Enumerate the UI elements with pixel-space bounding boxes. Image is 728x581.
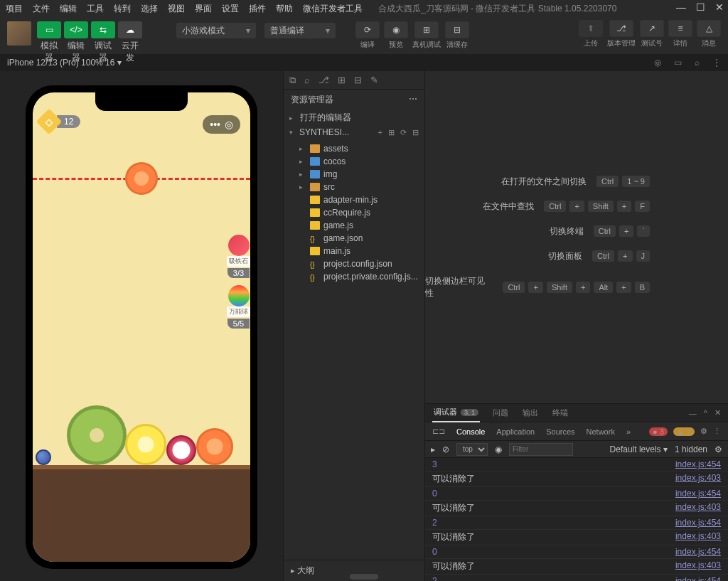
view-toggle-button[interactable]: ▭ bbox=[37, 21, 61, 38]
eye-icon[interactable]: ◉ bbox=[495, 444, 502, 454]
status-icon[interactable]: ▭ bbox=[674, 58, 682, 68]
menu-视图[interactable]: 视图 bbox=[168, 3, 185, 15]
menu-工具[interactable]: 工具 bbox=[87, 3, 104, 15]
panel-up-icon[interactable]: ^ bbox=[704, 409, 707, 417]
menu-选择[interactable]: 选择 bbox=[141, 3, 158, 15]
view-toggle-button[interactable]: ⇆ bbox=[91, 21, 115, 38]
console-tab-Console[interactable]: Console bbox=[456, 427, 485, 436]
project-root[interactable]: ▾SYNTHESI...+⊞⟳⊟ bbox=[284, 125, 424, 139]
tree-item[interactable]: ▸cocos bbox=[284, 155, 424, 168]
execution-context-icon[interactable]: ▸ bbox=[431, 444, 435, 454]
status-icon[interactable]: ◎ bbox=[654, 58, 661, 68]
refresh-icon[interactable]: ⟳ bbox=[400, 128, 407, 137]
测试号-button[interactable]: ↗ bbox=[640, 20, 664, 37]
cloud-dev-button[interactable]: ☁ bbox=[118, 21, 142, 38]
explorer-more-icon[interactable]: ⋯ bbox=[409, 94, 417, 106]
source-link[interactable]: index.js:454 bbox=[675, 489, 721, 499]
debug-tab-输出[interactable]: 输出 bbox=[521, 404, 540, 422]
tree-item[interactable]: ▸assets bbox=[284, 142, 424, 155]
resize-handle[interactable] bbox=[350, 574, 378, 580]
tree-item[interactable]: main.js bbox=[284, 245, 424, 257]
hidden-count[interactable]: 1 hidden bbox=[675, 444, 707, 454]
tree-item[interactable]: game.js bbox=[284, 219, 424, 232]
new-file-icon[interactable]: + bbox=[378, 128, 382, 137]
new-folder-icon[interactable]: ⊞ bbox=[388, 128, 395, 137]
source-link[interactable]: index.js:454 bbox=[675, 518, 721, 528]
source-link[interactable]: index.js:454 bbox=[675, 459, 721, 469]
source-link[interactable]: index.js:454 bbox=[675, 547, 721, 557]
消息-button[interactable]: △ bbox=[697, 20, 721, 37]
console-tab-»[interactable]: » bbox=[626, 427, 631, 436]
panel-min-icon[interactable]: — bbox=[689, 409, 697, 417]
tree-item[interactable]: project.private.config.js... bbox=[284, 270, 424, 283]
error-badge[interactable]: ● 3 bbox=[649, 427, 668, 436]
menu-微信开发者工具[interactable]: 微信开发者工具 bbox=[303, 3, 363, 15]
上传-button[interactable]: ⬆ bbox=[579, 20, 603, 37]
filter-input[interactable] bbox=[509, 443, 573, 456]
menu-转到[interactable]: 转到 bbox=[114, 3, 131, 15]
mode-select[interactable]: 小游戏模式 bbox=[176, 23, 256, 38]
open-editors-section[interactable]: ▸打开的编辑器 bbox=[284, 110, 424, 125]
debug-tab-终端[interactable]: 终端 bbox=[551, 404, 569, 422]
clear-console-icon[interactable]: ⊘ bbox=[442, 444, 449, 454]
status-icon[interactable]: ⌕ bbox=[695, 58, 700, 68]
menu-文件[interactable]: 文件 bbox=[33, 3, 50, 15]
magnet-icon[interactable] bbox=[228, 235, 250, 256]
device-label[interactable]: iPhone 12/13 (Pro) 100% 16 ▾ bbox=[7, 58, 122, 68]
db-tab-icon[interactable]: ⊟ bbox=[354, 75, 362, 85]
rainbow-ball-icon[interactable] bbox=[228, 285, 250, 307]
levels-select[interactable]: Default levels ▾ bbox=[610, 444, 668, 454]
console-tab-Network[interactable]: Network bbox=[587, 427, 615, 436]
avatar[interactable] bbox=[7, 21, 31, 46]
tree-item[interactable]: ccRequire.js bbox=[284, 206, 424, 219]
cloud-tab-icon[interactable]: ✎ bbox=[370, 75, 378, 85]
预览-button[interactable]: ◉ bbox=[384, 21, 408, 38]
game-screen[interactable]: ◇ 12 •••◎ 吸铁石3/3 万能球5/5 bbox=[33, 92, 250, 562]
真机调试-button[interactable]: ⊞ bbox=[414, 21, 439, 38]
tree-item[interactable]: adapter-min.js bbox=[284, 193, 424, 206]
settings-icon[interactable]: ⚙ bbox=[714, 444, 722, 454]
menu-插件[interactable]: 插件 bbox=[249, 3, 266, 15]
view-toggle-button[interactable]: </> bbox=[64, 21, 88, 38]
compile-select[interactable]: 普通编译 bbox=[264, 23, 336, 38]
source-link[interactable]: index.js:403 bbox=[675, 531, 721, 543]
menu-编辑[interactable]: 编辑 bbox=[60, 3, 77, 15]
menu-项目[interactable]: 项目 bbox=[6, 3, 23, 15]
toolbar: ▭</>⇆☁ 模拟器编辑器调试器云开发 小游戏模式 普通编译 ⟳编译◉预览⊞真机… bbox=[0, 17, 728, 54]
debug-tab-调试器[interactable]: 调试器 3, 1 bbox=[432, 403, 480, 422]
status-icon[interactable]: ⋮ bbox=[712, 58, 721, 68]
debug-tab-问题[interactable]: 问题 bbox=[491, 404, 510, 422]
source-link[interactable]: index.js:403 bbox=[675, 560, 721, 572]
source-link[interactable]: index.js:403 bbox=[675, 502, 721, 514]
extensions-tab-icon[interactable]: ⊞ bbox=[338, 75, 346, 85]
panel-close-icon[interactable]: ✕ bbox=[714, 408, 721, 417]
tree-item[interactable]: game.json bbox=[284, 232, 424, 245]
scope-select[interactable]: top bbox=[456, 443, 488, 456]
close-button[interactable]: ✕ bbox=[715, 1, 724, 13]
more-icon[interactable]: ⋮ bbox=[713, 427, 721, 436]
warn-badge[interactable]: ▲ 1 bbox=[673, 427, 695, 436]
scm-tab-icon[interactable]: ⎇ bbox=[318, 75, 329, 85]
tree-item[interactable]: ▸img bbox=[284, 168, 424, 181]
inspect-icon[interactable]: ⊏⊐ bbox=[432, 427, 445, 436]
menu-帮助[interactable]: 帮助 bbox=[276, 3, 293, 15]
maximize-button[interactable]: ☐ bbox=[696, 1, 705, 13]
版本管理-button[interactable]: ⎇ bbox=[609, 20, 633, 37]
minimize-button[interactable]: — bbox=[676, 1, 686, 13]
详情-button[interactable]: ≡ bbox=[668, 20, 692, 37]
source-link[interactable]: index.js:454 bbox=[675, 576, 721, 581]
tree-item[interactable]: ▸src bbox=[284, 181, 424, 193]
files-tab-icon[interactable]: ⧉ bbox=[289, 75, 296, 86]
编译-button[interactable]: ⟳ bbox=[355, 21, 380, 38]
console-tab-Sources[interactable]: Sources bbox=[546, 427, 574, 436]
search-tab-icon[interactable]: ⌕ bbox=[304, 75, 310, 85]
mini-program-menu[interactable]: •••◎ bbox=[203, 115, 240, 134]
collapse-icon[interactable]: ⊟ bbox=[412, 128, 419, 137]
gear-icon[interactable]: ⚙ bbox=[700, 427, 707, 436]
tree-item[interactable]: project.config.json bbox=[284, 257, 424, 270]
menu-设置[interactable]: 设置 bbox=[222, 3, 239, 15]
清缓存-button[interactable]: ⊟ bbox=[445, 21, 469, 38]
menu-界面[interactable]: 界面 bbox=[195, 3, 212, 15]
console-tab-Application[interactable]: Application bbox=[496, 427, 535, 436]
source-link[interactable]: index.js:403 bbox=[675, 473, 721, 485]
